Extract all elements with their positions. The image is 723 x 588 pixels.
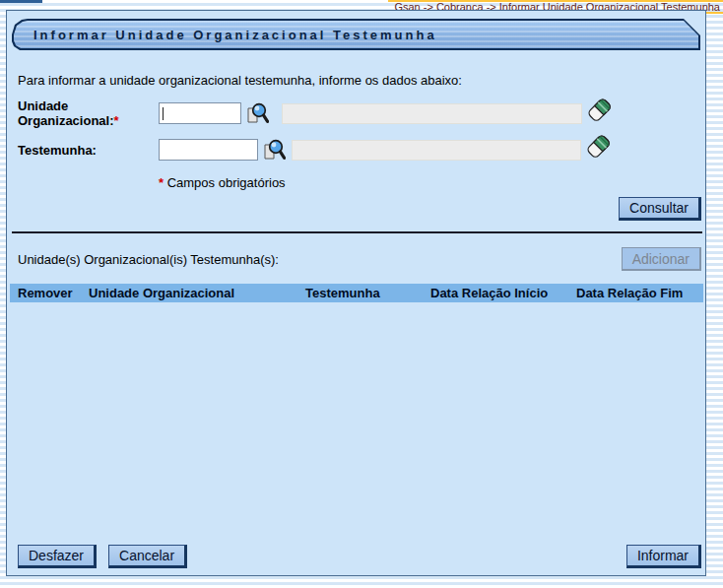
form-content: Para informar a unidade organizacional t… — [7, 73, 705, 221]
column-header-data-relacao-fim: Data Relação Fim — [576, 286, 703, 300]
consultar-button[interactable]: Consultar — [619, 197, 701, 221]
adicionar-button[interactable]: Adicionar — [622, 247, 701, 271]
cancelar-button[interactable]: Cancelar — [108, 545, 187, 568]
eraser-icon — [587, 112, 613, 127]
page-title-bar: Informar Unidade Organizacional Testemun… — [12, 19, 700, 50]
unidade-organizacional-row: Unidade Organizacional:* — [18, 98, 701, 128]
testemunha-label-text: Testemunha: — [18, 143, 97, 158]
page-title: Informar Unidade Organizacional Testemun… — [14, 28, 437, 42]
column-header-remover: Remover — [10, 286, 89, 300]
search-icon — [245, 113, 269, 128]
list-section: Unidade(s) Organizacional(is) Testemunha… — [7, 247, 705, 271]
main-panel: Informar Unidade Organizacional Testemun… — [6, 10, 706, 576]
list-label: Unidade(s) Organizacional(is) Testemunha… — [18, 252, 279, 267]
testemunha-row: Testemunha: — [18, 137, 701, 163]
list-header-row: Unidade(s) Organizacional(is) Testemunha… — [18, 247, 701, 271]
eraser-icon — [586, 149, 612, 163]
column-header-data-relacao-inicio: Data Relação Início — [430, 286, 576, 300]
required-note-text: Campos obrigatórios — [164, 175, 286, 190]
testemunha-clear-button[interactable] — [586, 133, 612, 159]
search-icon — [262, 150, 286, 164]
intro-text: Para informar a unidade organizacional t… — [18, 73, 701, 88]
unidade-organizacional-clear-button[interactable] — [587, 97, 613, 122]
unidade-organizacional-display — [282, 103, 582, 124]
column-header-testemunha: Testemunha — [305, 286, 430, 300]
unidade-organizacional-label: Unidade Organizacional:* — [18, 98, 159, 128]
results-table-header: Remover Unidade Organizacional Testemunh… — [10, 284, 703, 302]
testemunha-display — [292, 140, 581, 161]
top-accent-bar — [0, 0, 42, 3]
unidade-organizacional-input[interactable] — [159, 102, 241, 124]
bottom-action-bar: Desfazer Cancelar Informar — [18, 545, 701, 568]
unidade-organizacional-label-text: Unidade Organizacional: — [18, 98, 114, 128]
page-background: { "page": { "breadcrumb": "Gsan -> Cobra… — [0, 0, 723, 588]
column-header-unidade-organizacional: Unidade Organizacional — [89, 286, 305, 300]
page-title-bar-background: Informar Unidade Organizacional Testemun… — [14, 21, 698, 48]
section-divider — [12, 231, 702, 233]
required-asterisk: * — [114, 113, 119, 128]
unidade-organizacional-search-button[interactable] — [245, 101, 269, 125]
testemunha-label: Testemunha: — [18, 143, 159, 158]
testemunha-search-button[interactable] — [262, 138, 286, 162]
informar-button[interactable]: Informar — [626, 545, 701, 568]
desfazer-button[interactable]: Desfazer — [18, 545, 97, 568]
testemunha-input[interactable] — [159, 139, 258, 161]
consultar-row: Consultar — [18, 197, 701, 221]
required-fields-note: * Campos obrigatórios — [159, 175, 701, 190]
